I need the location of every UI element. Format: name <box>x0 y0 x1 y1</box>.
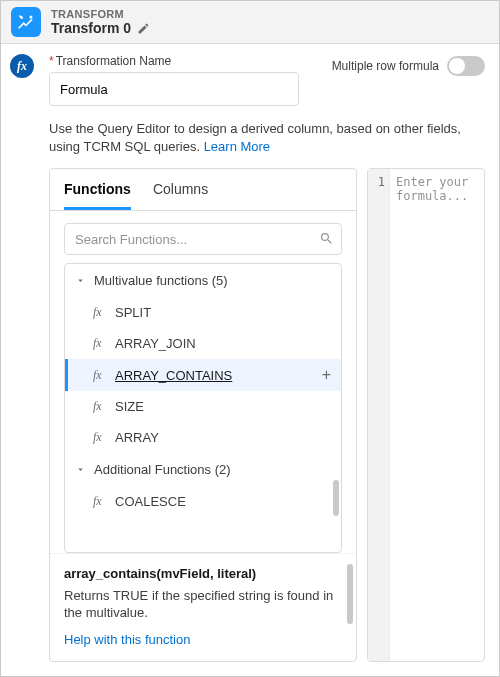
formula-step-icon: fx <box>10 54 34 78</box>
fx-icon: fx <box>93 336 107 351</box>
tab-columns[interactable]: Columns <box>153 169 208 210</box>
group-multivalue[interactable]: Multivalue functions (5) <box>65 264 341 297</box>
search-functions-input[interactable] <box>64 223 342 255</box>
editor-gutter: 1 <box>368 169 390 661</box>
transform-icon <box>11 7 41 37</box>
fx-icon: fx <box>93 368 107 383</box>
fn-coalesce[interactable]: fxCOALESCE <box>65 486 341 517</box>
fn-array-contains[interactable]: fxARRAY_CONTAINS+ <box>65 359 341 391</box>
help-text: Use the Query Editor to design a derived… <box>49 120 485 156</box>
fx-icon: fx <box>93 305 107 320</box>
edit-title-icon[interactable] <box>137 22 150 35</box>
header-eyebrow: TRANSFORM <box>51 8 150 20</box>
fx-icon: fx <box>93 494 107 509</box>
transformation-name-input[interactable] <box>49 72 299 106</box>
functions-panel: Functions Columns Multivalue functions (… <box>49 168 357 662</box>
fn-array[interactable]: fxARRAY <box>65 422 341 453</box>
name-field-label: *Transformation Name <box>49 54 299 68</box>
fn-array-join[interactable]: fxARRAY_JOIN <box>65 328 341 359</box>
page-header: TRANSFORM Transform 0 <box>1 1 499 44</box>
fn-split[interactable]: fxSPLIT <box>65 297 341 328</box>
formula-editor[interactable]: 1 Enter your formula... <box>367 168 485 662</box>
search-icon <box>319 231 334 246</box>
editor-placeholder[interactable]: Enter your formula... <box>390 169 484 661</box>
chevron-down-icon <box>75 275 86 286</box>
fx-icon: fx <box>93 430 107 445</box>
fx-icon: fx <box>93 399 107 414</box>
multi-row-toggle[interactable] <box>447 56 485 76</box>
function-detail: array_contains(mvField, literal) Returns… <box>50 553 356 661</box>
group-additional[interactable]: Additional Functions (2) <box>65 453 341 486</box>
learn-more-link[interactable]: Learn More <box>204 139 270 154</box>
tab-functions[interactable]: Functions <box>64 169 131 210</box>
function-description: Returns TRUE if the specified string is … <box>64 587 342 622</box>
scrollbar[interactable] <box>347 564 353 624</box>
add-function-icon[interactable]: + <box>322 367 331 383</box>
header-title: Transform 0 <box>51 20 131 36</box>
fn-size[interactable]: fxSIZE <box>65 391 341 422</box>
chevron-down-icon <box>75 464 86 475</box>
multi-row-toggle-label: Multiple row formula <box>332 59 439 73</box>
help-function-link[interactable]: Help with this function <box>64 632 190 647</box>
functions-list: Multivalue functions (5) fxSPLIT fxARRAY… <box>64 263 342 553</box>
scrollbar[interactable] <box>333 270 339 546</box>
function-signature: array_contains(mvField, literal) <box>64 566 342 581</box>
